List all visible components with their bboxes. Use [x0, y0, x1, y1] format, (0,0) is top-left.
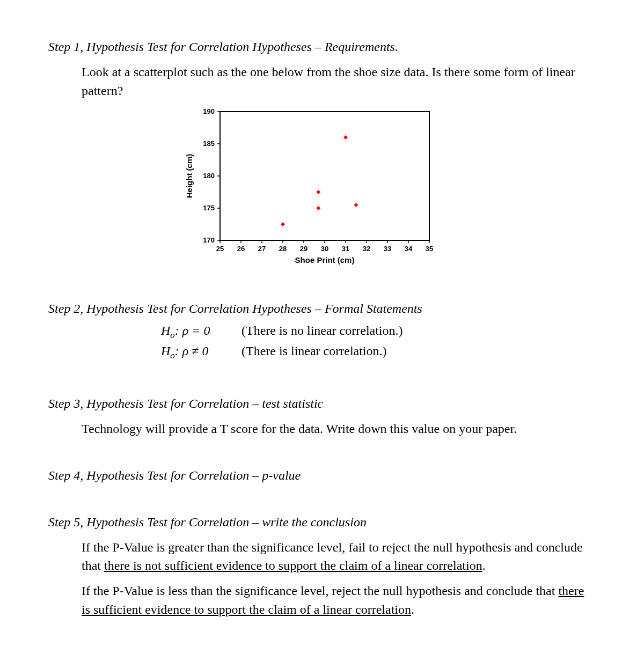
svg-text:34: 34	[405, 245, 413, 253]
ha-label: Ho: ρ ≠ 0	[161, 342, 193, 362]
svg-text:30: 30	[321, 245, 328, 253]
svg-text:35: 35	[426, 245, 433, 253]
svg-text:33: 33	[384, 245, 391, 253]
scatter-svg: 2526272829303132333435170175180185190Sho…	[182, 106, 440, 267]
step5-para2-post: .	[411, 602, 414, 616]
step5-para2: If the P-Value is less than the signific…	[82, 582, 596, 619]
step5-heading: Step 5, Hypothesis Test for Correlation …	[48, 513, 596, 532]
svg-text:31: 31	[342, 245, 349, 253]
svg-text:Shoe Print (cm): Shoe Print (cm)	[295, 255, 355, 264]
svg-text:185: 185	[203, 139, 215, 148]
null-hypothesis: Ho: ρ = 0 (There is no linear correlatio…	[161, 321, 596, 342]
svg-marker-36	[316, 206, 320, 210]
scatter-chart: 2526272829303132333435170175180185190Sho…	[182, 106, 596, 267]
svg-text:170: 170	[203, 236, 215, 244]
alt-hypothesis: Ho: ρ ≠ 0 (There is linear correlation.)	[161, 342, 596, 362]
step5-para1-post: .	[482, 559, 486, 572]
svg-text:32: 32	[363, 245, 370, 253]
svg-text:27: 27	[258, 245, 266, 253]
svg-marker-38	[343, 135, 348, 139]
step3-body: Technology will provide a T score for th…	[82, 420, 596, 438]
svg-text:175: 175	[203, 204, 215, 212]
svg-text:29: 29	[300, 245, 308, 253]
svg-marker-35	[281, 222, 285, 226]
h0-desc: (There is no linear correlation.)	[241, 321, 403, 340]
page: Step 1, Hypothesis Test for Correlation …	[0, 0, 644, 654]
step5-para2-pre: If the P-Value is less than the signific…	[82, 584, 558, 598]
svg-marker-39	[354, 203, 358, 207]
svg-text:180: 180	[203, 172, 215, 180]
svg-text:26: 26	[237, 245, 245, 253]
svg-marker-37	[316, 190, 320, 194]
step4-heading: Step 4, Hypothesis Test for Correlation …	[48, 466, 596, 485]
step3-heading: Step 3, Hypothesis Test for Correlation …	[48, 394, 596, 413]
step2-heading: Step 2, Hypothesis Test for Correlation …	[48, 299, 596, 318]
step1-body: Look at a scatterplot such as the one be…	[82, 63, 596, 100]
step1-heading: Step 1, Hypothesis Test for Correlation …	[48, 38, 596, 56]
svg-text:28: 28	[279, 245, 287, 253]
svg-text:25: 25	[216, 245, 224, 253]
h0-label: Ho: ρ = 0	[161, 321, 193, 342]
svg-text:190: 190	[203, 107, 215, 115]
step5-para1-underline: there is not sufficient evidence to supp…	[104, 559, 482, 572]
svg-rect-0	[220, 112, 429, 240]
ha-desc: (There is linear correlation.)	[241, 342, 387, 361]
step5-para1: If the P-Value is greater than the signi…	[82, 538, 596, 576]
svg-text:Height (cm): Height (cm)	[185, 154, 194, 199]
